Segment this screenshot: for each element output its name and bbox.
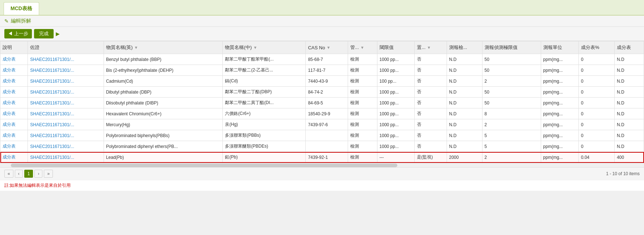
cell-pct2: N.D	[614, 119, 644, 130]
cell-pct2: N.D	[614, 141, 644, 152]
prev-button[interactable]: ◀ 上一步	[4, 29, 32, 38]
cell-pct: 0.04	[578, 152, 614, 163]
cell-evidence[interactable]: SHAEC2011671301/...	[28, 76, 104, 87]
table-row[interactable]: 成分表SHAEC2011671301/...Benzyl butyl phtha…	[0, 54, 644, 65]
cell-flag: 否	[414, 130, 447, 141]
table-row[interactable]: 成分表SHAEC2011671301/...Lead(Pb)鉛(Pb)7439-…	[0, 152, 644, 163]
cell-limit: 1000 pp...	[377, 108, 414, 119]
table-row[interactable]: 成分表SHAEC2011671301/...Dibutyl phthalate …	[0, 87, 644, 98]
cell-evidence[interactable]: SHAEC2011671301/...	[28, 98, 104, 108]
cell-description[interactable]: 成分表	[0, 65, 28, 76]
cell-flag: 否	[414, 108, 447, 119]
mcd-tab[interactable]: MCD表格	[4, 2, 39, 15]
cell-detect: N.D	[447, 119, 482, 130]
table-row[interactable]: 成分表SHAEC2011671301/...Mercury(Hg)汞(Hg)74…	[0, 119, 644, 130]
cell-detect_limit: 50	[482, 87, 541, 98]
cell-cas_no	[306, 141, 348, 152]
next-icon: ▶	[56, 31, 60, 37]
table-row[interactable]: 成分表SHAEC2011671301/...Diisobutyl phthala…	[0, 98, 644, 108]
cell-pct: 0	[578, 130, 614, 141]
scrollbar-area[interactable]	[0, 163, 644, 167]
cell-limit: 1000 pp...	[377, 130, 414, 141]
cell-description[interactable]: 成分表	[0, 54, 28, 65]
cell-description[interactable]: 成分表	[0, 130, 28, 141]
table-row[interactable]: 成分表SHAEC2011671301/...Hexavalent Chromiu…	[0, 108, 644, 119]
filter-flag-icon[interactable]: ▼	[427, 45, 431, 50]
cell-evidence[interactable]: SHAEC2011671301/...	[28, 54, 104, 65]
cell-tube: 檢測	[348, 108, 377, 119]
tab-bar: MCD表格	[0, 0, 644, 16]
cell-flag: 是(監視)	[414, 152, 447, 163]
cell-description[interactable]: 成分表	[0, 119, 28, 130]
table-row[interactable]: 成分表SHAEC2011671301/...Polybrominated dip…	[0, 141, 644, 152]
cell-detect_limit: 50	[482, 65, 541, 76]
cell-pct2: N.D	[614, 98, 644, 108]
cell-description[interactable]: 成分表	[0, 152, 28, 163]
cell-evidence[interactable]: SHAEC2011671301/...	[28, 108, 104, 119]
cell-pct: 0	[578, 54, 614, 65]
toolbar: ✎ 編輯拆解	[0, 16, 644, 27]
filter-name-en-icon[interactable]: ▼	[134, 45, 138, 50]
cell-pct: 0	[578, 141, 614, 152]
cell-description[interactable]: 成分表	[0, 141, 28, 152]
last-page-button[interactable]: »	[44, 170, 53, 178]
current-page: 1	[24, 170, 33, 178]
cell-tube: 檢測	[348, 76, 377, 87]
table-row[interactable]: 成分表SHAEC2011671301/...Bis (2-ethylhexyl)…	[0, 65, 644, 76]
cell-limit: 1000 pp...	[377, 119, 414, 130]
pagination-bar: « ‹ 1 › » 1 - 10 of 10 items	[0, 167, 644, 180]
cell-detect: N.D	[447, 130, 482, 141]
cell-cas_no	[306, 130, 348, 141]
cell-evidence[interactable]: SHAEC2011671301/...	[28, 141, 104, 152]
first-page-button[interactable]: «	[4, 170, 13, 178]
cell-tube: 檢測	[348, 152, 377, 163]
cell-description[interactable]: 成分表	[0, 108, 28, 119]
page-info: 1 - 10 of 10 items	[606, 171, 640, 176]
cell-flag: 否	[414, 98, 447, 108]
table-header-row: 說明 佐證 物質名稱(英)▼ 物質名稱(中)▼ CAS No▼ 管...▼ 閾限…	[0, 41, 644, 54]
cell-flag: 否	[414, 65, 447, 76]
col-cas-no: CAS No▼	[306, 41, 348, 54]
cell-name_zh: 鉛(Pb)	[223, 152, 306, 163]
cell-evidence[interactable]: SHAEC2011671301/...	[28, 152, 104, 163]
cell-name_zh: 汞(Hg)	[223, 119, 306, 130]
prev-page-button[interactable]: ‹	[15, 170, 23, 178]
filter-name-zh-icon[interactable]: ▼	[253, 45, 257, 50]
cell-description[interactable]: 成分表	[0, 76, 28, 87]
cell-evidence[interactable]: SHAEC2011671301/...	[28, 87, 104, 98]
cell-detect: 2000	[447, 152, 482, 163]
cell-unit: ppm(mg...	[541, 98, 578, 108]
cell-limit: 1000 pp...	[377, 98, 414, 108]
scrollbar-thumb[interactable]	[11, 164, 397, 167]
cell-evidence[interactable]: SHAEC2011671301/...	[28, 119, 104, 130]
cell-tube: 檢測	[348, 130, 377, 141]
cell-name_en: Cadmium(Cd)	[104, 76, 223, 87]
cell-name_en: Lead(Pb)	[104, 152, 223, 163]
col-name-zh: 物質名稱(中)▼	[223, 41, 306, 54]
cell-pct2: N.D	[614, 130, 644, 141]
table-row[interactable]: 成分表SHAEC2011671301/...Cadmium(Cd)鎘(Cd)74…	[0, 76, 644, 87]
cell-unit: ppm(mg...	[541, 65, 578, 76]
cell-unit: ppm(mg...	[541, 152, 578, 163]
cell-evidence[interactable]: SHAEC2011671301/...	[28, 130, 104, 141]
table-row[interactable]: 成分表SHAEC2011671301/...Polybrominated bip…	[0, 130, 644, 141]
edit-label[interactable]: 編輯拆解	[11, 18, 31, 24]
next-page-button[interactable]: ›	[34, 170, 42, 178]
cell-description[interactable]: 成分表	[0, 98, 28, 108]
done-button[interactable]: 完成	[34, 29, 54, 38]
cell-evidence[interactable]: SHAEC2011671301/...	[28, 65, 104, 76]
filter-cas-icon[interactable]: ▼	[326, 45, 330, 50]
action-bar: ◀ 上一步 完成 ▶	[0, 27, 644, 41]
cell-detect_limit: 8	[482, 108, 541, 119]
cell-tube: 檢測	[348, 87, 377, 98]
cell-limit: ---	[377, 152, 414, 163]
edit-icon: ✎	[4, 18, 9, 24]
cell-limit: 100 pp...	[377, 76, 414, 87]
cell-description[interactable]: 成分表	[0, 87, 28, 98]
cell-detect: N.D	[447, 141, 482, 152]
filter-tube-icon[interactable]: ▼	[360, 45, 364, 50]
col-limit: 閾限值	[377, 41, 414, 54]
cell-name_zh: 鄰苯二甲酸丁酯苯甲酯(...	[223, 54, 306, 65]
cell-detect_limit: 5	[482, 141, 541, 152]
cell-cas_no: 84-74-2	[306, 87, 348, 98]
